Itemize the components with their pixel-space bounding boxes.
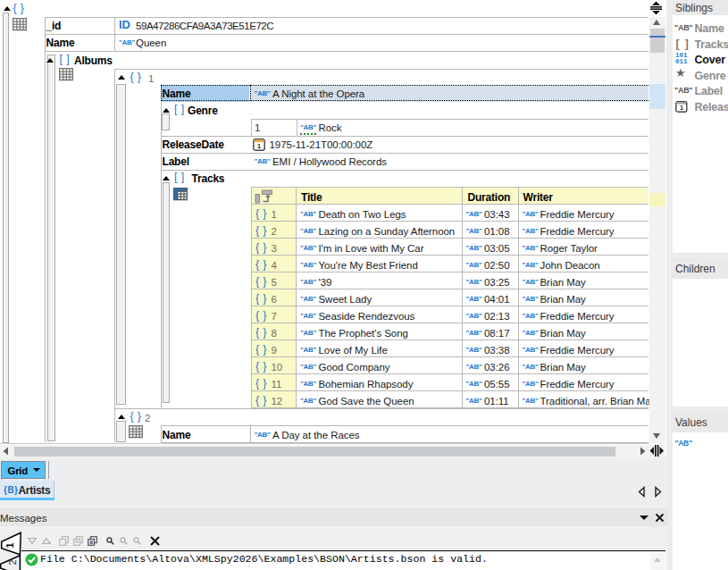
svg-text:a: a: [89, 539, 93, 545]
svg-text:+: +: [75, 539, 79, 545]
svg-text:1: 1: [680, 104, 683, 112]
svg-text:2: 2: [7, 559, 18, 565]
svg-text:1: 1: [4, 542, 15, 548]
svg-text:1: 1: [256, 142, 261, 150]
